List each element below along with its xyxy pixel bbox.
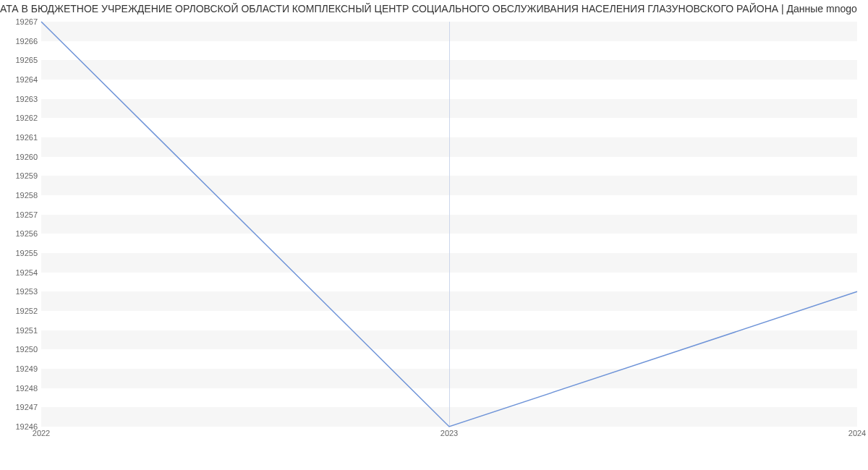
y-tick-label: 19265 <box>1 56 38 64</box>
y-tick-label: 19266 <box>1 37 38 46</box>
y-tick-label: 19258 <box>1 191 38 200</box>
y-tick-label: 19264 <box>1 75 38 84</box>
y-tick-label: 19262 <box>1 114 38 122</box>
y-tick-label: 19255 <box>1 249 38 257</box>
y-tick-label: 19253 <box>1 287 38 296</box>
plot-area <box>41 22 857 427</box>
y-tick-label: 19248 <box>1 384 38 393</box>
y-tick-label: 19259 <box>1 171 38 180</box>
y-tick-label: 19254 <box>1 268 38 277</box>
x-tick-label: 2024 <box>848 429 866 437</box>
y-tick-label: 19261 <box>1 133 38 142</box>
chart-title: АТА В БЮДЖЕТНОЕ УЧРЕЖДЕНИЕ ОРЛОВСКОЙ ОБЛ… <box>0 3 868 14</box>
y-tick-label: 19256 <box>1 229 38 238</box>
y-tick-label: 19249 <box>1 364 38 373</box>
y-tick-label: 19260 <box>1 153 38 161</box>
chart-container: АТА В БЮДЖЕТНОЕ УЧРЕЖДЕНИЕ ОРЛОВСКОЙ ОБЛ… <box>0 0 868 470</box>
y-tick-label: 19247 <box>1 403 38 411</box>
y-tick-label: 19267 <box>1 17 38 26</box>
y-tick-label: 19252 <box>1 307 38 315</box>
y-tick-label: 19250 <box>1 345 38 354</box>
y-tick-label: 19263 <box>1 95 38 103</box>
line-series <box>41 22 857 427</box>
y-tick-label: 19257 <box>1 210 38 219</box>
x-tick-label: 2022 <box>33 429 50 437</box>
x-tick-label: 2023 <box>441 429 458 437</box>
y-tick-label: 19251 <box>1 326 38 335</box>
